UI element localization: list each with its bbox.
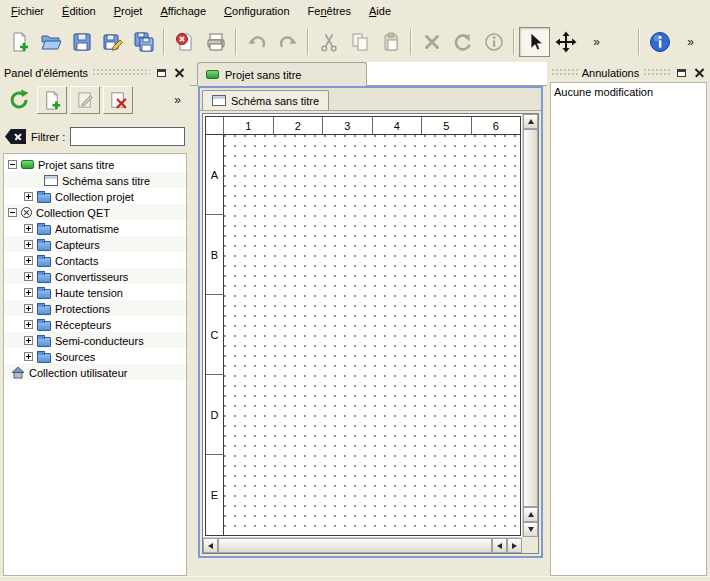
tree-collapse-icon[interactable] (8, 208, 17, 217)
qet-collection-icon (21, 207, 32, 218)
undo-button[interactable] (241, 27, 272, 57)
tree-expand-icon[interactable] (24, 256, 33, 265)
column-header: 6 (472, 117, 521, 134)
scroll-left-button[interactable] (203, 538, 218, 553)
tree-expand-icon[interactable] (24, 240, 33, 249)
about-button[interactable] (644, 27, 675, 57)
scroll-down-button[interactable] (523, 522, 538, 537)
paste-button[interactable] (375, 27, 406, 57)
tree-expand-icon[interactable] (24, 304, 33, 313)
tree-item-protections[interactable]: Protections (4, 300, 186, 316)
tree-expand-icon[interactable] (24, 336, 33, 345)
vertical-scrollbar[interactable] (522, 114, 538, 537)
tab-project[interactable]: Projet sans titre (197, 62, 367, 86)
close-document-button[interactable] (169, 27, 200, 57)
toolbar-extension-button[interactable]: » (675, 27, 706, 57)
tree-item-collection-qet[interactable]: Collection QET (4, 204, 186, 220)
vertical-scroll-thumb[interactable] (523, 129, 538, 507)
delete-element-button[interactable] (103, 86, 133, 114)
dock-drag-texture[interactable] (92, 68, 150, 77)
menu-configuration[interactable]: Configuration (215, 2, 298, 20)
dock-float-button[interactable] (154, 66, 168, 79)
undo-dock-titlebar[interactable]: Annulations (549, 65, 708, 80)
tree-expand-icon[interactable] (24, 288, 33, 297)
dock-drag-texture[interactable] (551, 68, 578, 77)
tree-expand-icon[interactable] (24, 224, 33, 233)
schema-canvas[interactable] (224, 135, 520, 535)
main-content: Panel d'éléments » (0, 62, 710, 576)
cut-button[interactable] (313, 27, 344, 57)
schema-icon (44, 175, 58, 186)
tree-expand-icon[interactable] (24, 352, 33, 361)
project-tab-bar: Projet sans titre (190, 62, 547, 86)
horizontal-scroll-thumb[interactable] (218, 538, 492, 553)
tree-item-convertisseurs[interactable]: Convertisseurs (4, 268, 186, 284)
tabbar-fill (367, 62, 547, 86)
tree-item-recepteurs[interactable]: Récepteurs (4, 316, 186, 332)
tree-item-capteurs[interactable]: Capteurs (4, 236, 186, 252)
tree-expand-icon[interactable] (24, 320, 33, 329)
new-element-button[interactable] (37, 86, 67, 114)
toolbar-separator (235, 29, 237, 55)
select-tool-button[interactable] (519, 27, 550, 57)
undo-history-list[interactable]: Aucune modification (550, 82, 707, 576)
tree-item-project[interactable]: Projet sans titre (4, 156, 186, 172)
copy-button[interactable] (344, 27, 375, 57)
scroll-up-button[interactable] (523, 114, 538, 129)
edit-element-button[interactable] (70, 86, 100, 114)
menu-edition[interactable]: Édition (53, 2, 105, 20)
elements-tree: Projet sans titre Schéma sans titre Coll… (3, 153, 187, 576)
properties-button[interactable] (478, 27, 509, 57)
folder-icon (37, 305, 51, 315)
save-button[interactable] (66, 27, 97, 57)
reload-collections-button[interactable] (4, 86, 34, 114)
elements-panel-toolbar: » (2, 83, 188, 117)
panel-overflow-button[interactable]: » (171, 93, 184, 107)
scroll-up-button[interactable] (523, 507, 538, 522)
status-bar (0, 576, 710, 581)
tree-expand-icon[interactable] (24, 192, 33, 201)
tree-item-haute-tension[interactable]: Haute tension (4, 284, 186, 300)
scroll-left-button[interactable] (492, 538, 507, 553)
menu-affichage[interactable]: Affichage (151, 2, 215, 20)
tree-expand-icon[interactable] (24, 272, 33, 281)
menu-projet[interactable]: Projet (105, 2, 152, 20)
redo-icon (277, 31, 299, 53)
filter-row: Filtrer : (2, 127, 188, 146)
toolbar-overflow-button[interactable]: » (581, 27, 612, 57)
scroll-right-button[interactable] (507, 538, 522, 553)
menu-fichier[interactable]: Fichier (2, 2, 53, 20)
new-document-button[interactable] (4, 27, 35, 57)
filter-input[interactable] (70, 127, 185, 146)
save-as-button[interactable] (97, 27, 128, 57)
menu-fenetres[interactable]: Fenêtres (299, 2, 360, 20)
tree-item-contacts[interactable]: Contacts (4, 252, 186, 268)
menu-aide[interactable]: Aide (360, 2, 400, 20)
delete-button[interactable] (416, 27, 447, 57)
horizontal-scrollbar[interactable] (203, 537, 522, 553)
dock-close-button[interactable] (692, 66, 706, 79)
tree-item-collection-projet[interactable]: Collection projet (4, 188, 186, 204)
clear-filter-button[interactable] (5, 129, 26, 144)
tree-item-sources[interactable]: Sources (4, 348, 186, 364)
move-tool-button[interactable] (550, 27, 581, 57)
save-all-button[interactable] (128, 27, 159, 57)
elements-panel-titlebar[interactable]: Panel d'éléments (2, 65, 188, 80)
tree-item-schema[interactable]: Schéma sans titre (4, 172, 186, 188)
close-icon (695, 68, 704, 77)
print-button[interactable] (200, 27, 231, 57)
tree-item-automatisme[interactable]: Automatisme (4, 220, 186, 236)
rotate-button[interactable] (447, 27, 478, 57)
redo-button[interactable] (272, 27, 303, 57)
dock-drag-texture[interactable] (643, 68, 670, 77)
tree-item-collection-utilisateur[interactable]: Collection utilisateur (4, 364, 186, 380)
undo-dock-title: Annulations (582, 67, 640, 79)
dock-float-button[interactable] (674, 66, 688, 79)
dock-close-button[interactable] (172, 66, 186, 79)
tree-item-semi-conducteurs[interactable]: Semi-conducteurs (4, 332, 186, 348)
tab-schema[interactable]: Schéma sans titre (202, 90, 329, 110)
tree-collapse-icon[interactable] (8, 160, 17, 169)
open-project-button[interactable] (35, 27, 66, 57)
schema-child-window: Schéma sans titre 1 2 3 4 5 6 (198, 86, 543, 558)
home-icon (11, 366, 25, 379)
